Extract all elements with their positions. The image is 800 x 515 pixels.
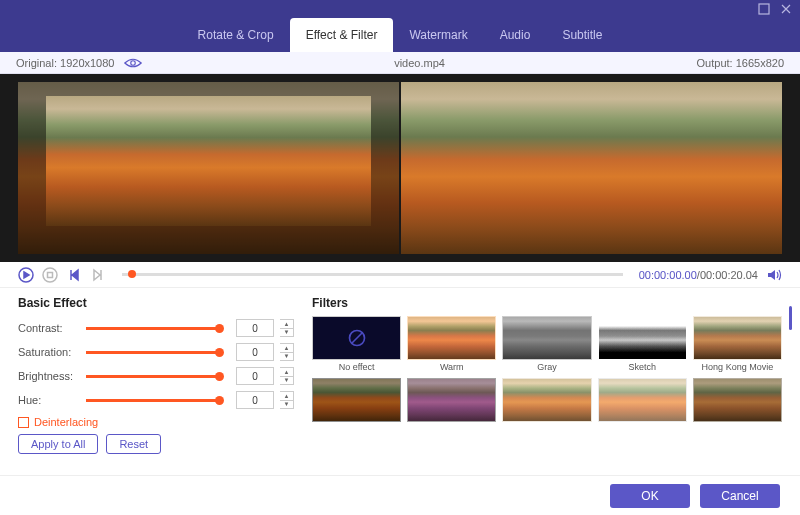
preview-output-pane: [401, 82, 782, 254]
svg-rect-4: [48, 272, 53, 277]
filter-item-8[interactable]: [502, 378, 591, 422]
brightness-label: Brightness:: [18, 370, 80, 382]
deinterlacing-checkbox[interactable]: Deinterlacing: [18, 416, 294, 428]
deinterlacing-label: Deinterlacing: [34, 416, 98, 428]
playback-controls: 00:00:00.00/00:00:20.04: [0, 262, 800, 288]
preview-area: [0, 74, 800, 262]
filter-sketch[interactable]: Sketch: [598, 316, 687, 372]
hue-slider[interactable]: [86, 399, 220, 402]
brightness-value[interactable]: 0: [236, 367, 274, 385]
maximize-icon[interactable]: [758, 3, 770, 15]
filter-item-10[interactable]: [693, 378, 782, 422]
tab-bar: Rotate & Crop Effect & Filter Watermark …: [0, 18, 800, 52]
saturation-value[interactable]: 0: [236, 343, 274, 361]
saturation-label: Saturation:: [18, 346, 80, 358]
apply-to-all-button[interactable]: Apply to All: [18, 434, 98, 454]
filter-warm[interactable]: Warm: [407, 316, 496, 372]
contrast-label: Contrast:: [18, 322, 80, 334]
original-label: Original:: [16, 57, 57, 69]
info-bar: Original: 1920x1080 video.mp4 Output: 16…: [0, 52, 800, 74]
timeline-playhead[interactable]: [128, 270, 136, 278]
tab-subtitle[interactable]: Subtitle: [546, 18, 618, 52]
tab-rotate-crop[interactable]: Rotate & Crop: [182, 18, 290, 52]
filter-hong-kong-movie[interactable]: Hong Kong Movie: [693, 316, 782, 372]
hue-value[interactable]: 0: [236, 391, 274, 409]
filters-scrollbar[interactable]: [789, 306, 792, 330]
next-frame-button[interactable]: [90, 267, 106, 283]
ok-button[interactable]: OK: [610, 484, 690, 508]
tab-effect-filter[interactable]: Effect & Filter: [290, 18, 394, 52]
basic-effect-heading: Basic Effect: [18, 296, 294, 310]
svg-point-3: [43, 268, 57, 282]
filter-item-9[interactable]: [598, 378, 687, 422]
tab-audio[interactable]: Audio: [484, 18, 547, 52]
stop-button[interactable]: [42, 267, 58, 283]
contrast-slider[interactable]: [86, 327, 220, 330]
output-resolution: 1665x820: [736, 57, 784, 69]
filter-item-6[interactable]: [312, 378, 401, 422]
contrast-stepper[interactable]: ▲▼: [280, 319, 294, 337]
timecode: 00:00:00.00/00:00:20.04: [639, 269, 758, 281]
filter-item-7[interactable]: [407, 378, 496, 422]
hue-stepper[interactable]: ▲▼: [280, 391, 294, 409]
filter-gray[interactable]: Gray: [502, 316, 591, 372]
output-label: Output:: [697, 57, 733, 69]
filter-none[interactable]: No effect: [312, 316, 401, 372]
saturation-slider[interactable]: [86, 351, 220, 354]
prev-frame-button[interactable]: [66, 267, 82, 283]
cancel-button[interactable]: Cancel: [700, 484, 780, 508]
brightness-slider[interactable]: [86, 375, 220, 378]
volume-icon[interactable]: [766, 267, 782, 283]
play-button[interactable]: [18, 267, 34, 283]
contrast-value[interactable]: 0: [236, 319, 274, 337]
svg-rect-0: [759, 4, 769, 14]
filters-panel: Filters No effect Warm Gray Sketch Hong …: [312, 296, 782, 471]
original-resolution: 1920x1080: [60, 57, 114, 69]
basic-effect-panel: Basic Effect Contrast: 0 ▲▼ Saturation: …: [18, 296, 294, 471]
window-titlebar: [0, 0, 800, 18]
filters-heading: Filters: [312, 296, 782, 310]
preview-original-pane: [18, 82, 399, 254]
saturation-stepper[interactable]: ▲▼: [280, 343, 294, 361]
timeline-seekbar[interactable]: [122, 273, 623, 276]
close-icon[interactable]: [780, 3, 792, 15]
tab-watermark[interactable]: Watermark: [393, 18, 483, 52]
dialog-footer: OK Cancel: [0, 475, 800, 515]
hue-label: Hue:: [18, 394, 80, 406]
reset-button[interactable]: Reset: [106, 434, 161, 454]
svg-point-1: [131, 60, 136, 65]
checkbox-icon: [18, 417, 29, 428]
preview-toggle-icon[interactable]: [124, 57, 142, 69]
filename-label: video.mp4: [142, 57, 696, 69]
brightness-stepper[interactable]: ▲▼: [280, 367, 294, 385]
